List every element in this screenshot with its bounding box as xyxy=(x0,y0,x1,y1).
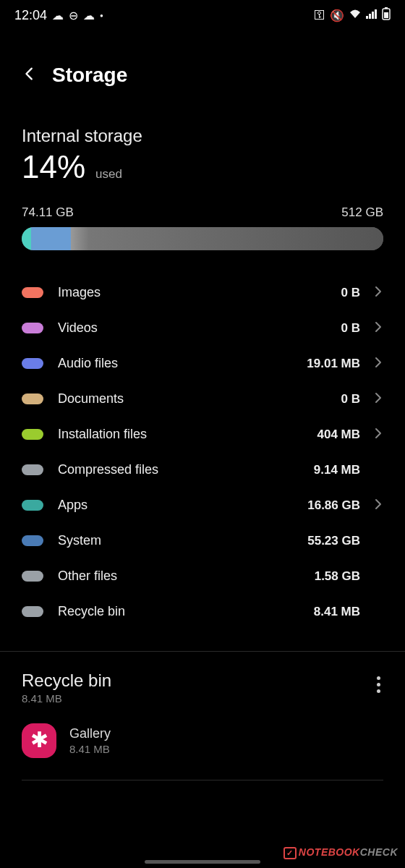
svg-rect-2 xyxy=(372,12,374,19)
signal-icon xyxy=(366,9,378,22)
app-name: Gallery xyxy=(69,726,111,741)
recycle-title: Recycle bin xyxy=(22,671,111,691)
chevron-right-icon xyxy=(373,391,383,407)
more-options-button[interactable] xyxy=(374,671,383,699)
status-bar: 12:04 ☁ ⊖ ☁ ● ⚿ 🔇 xyxy=(0,0,405,27)
bar-segment-system xyxy=(31,227,71,250)
page-title: Storage xyxy=(52,64,127,87)
mute-icon: 🔇 xyxy=(330,9,344,22)
category-size: 16.86 GB xyxy=(307,498,360,513)
svg-rect-0 xyxy=(366,16,368,19)
chevron-right-icon xyxy=(373,320,383,336)
watermark-brand: NOTEBOOK xyxy=(299,846,360,858)
category-label: Images xyxy=(58,285,341,300)
percent-row: 14% used xyxy=(22,149,383,185)
usage-row: 74.11 GB 512 GB xyxy=(22,205,383,220)
flower-icon xyxy=(30,731,48,750)
category-row[interactable]: Apps16.86 GB xyxy=(22,488,383,523)
category-row: Compressed files9.14 MB xyxy=(22,452,383,488)
category-color-pill xyxy=(22,571,43,582)
wifi-icon xyxy=(349,9,362,22)
bar-segment-other xyxy=(71,227,89,250)
category-size: 0 B xyxy=(341,321,360,336)
status-time: 12:04 xyxy=(14,8,47,23)
watermark-check-icon: ✓ xyxy=(284,847,297,859)
category-row[interactable]: Images0 B xyxy=(22,275,383,310)
chevron-right-icon xyxy=(373,284,383,301)
category-label: Other files xyxy=(58,569,315,584)
back-button[interactable] xyxy=(22,64,38,87)
category-row: System55.23 GB xyxy=(22,523,383,558)
percent-value: 14% xyxy=(22,149,85,185)
category-color-pill xyxy=(22,464,43,475)
category-size: 9.14 MB xyxy=(314,463,360,477)
svg-rect-3 xyxy=(375,9,377,19)
status-right: ⚿ 🔇 xyxy=(314,7,391,23)
category-row: Other files1.58 GB xyxy=(22,558,383,594)
dnd-icon: ⊖ xyxy=(69,9,78,22)
category-label: Recycle bin xyxy=(58,604,314,619)
battery-icon xyxy=(382,7,391,23)
recycle-header: Recycle bin 8.41 MB xyxy=(22,671,383,705)
category-label: System xyxy=(58,533,307,548)
status-left: 12:04 ☁ ⊖ ☁ ● xyxy=(14,8,103,23)
svg-rect-6 xyxy=(384,12,388,18)
bar-segment-apps xyxy=(22,227,31,250)
bottom-divider xyxy=(22,780,383,780)
category-color-pill xyxy=(22,429,43,440)
category-row[interactable]: Videos0 B xyxy=(22,310,383,346)
category-row[interactable]: Documents0 B xyxy=(22,381,383,417)
dot-icon: ● xyxy=(100,12,103,19)
category-label: Installation files xyxy=(58,427,317,442)
building-icon: ⚿ xyxy=(314,9,325,22)
category-size: 8.41 MB xyxy=(314,605,360,619)
category-size: 1.58 GB xyxy=(315,569,360,584)
used-value: 74.11 GB xyxy=(22,205,74,220)
chevron-right-icon xyxy=(373,355,383,372)
category-size: 55.23 GB xyxy=(307,534,360,548)
app-size: 8.41 MB xyxy=(69,743,111,755)
category-color-pill xyxy=(22,393,43,404)
cloud-upload-icon: ☁ xyxy=(83,9,95,22)
cloud-icon: ☁ xyxy=(52,9,64,22)
watermark: ✓NOTEBOOKCHECK xyxy=(284,846,398,859)
category-row[interactable]: Audio files19.01 MB xyxy=(22,346,383,381)
storage-bar xyxy=(22,227,383,250)
category-row[interactable]: Installation files404 MB xyxy=(22,417,383,452)
category-color-pill xyxy=(22,606,43,617)
percent-suffix: used xyxy=(95,167,122,182)
category-size: 0 B xyxy=(341,286,360,300)
internal-storage-section: Internal storage 14% used 74.11 GB 512 G… xyxy=(0,109,405,629)
category-label: Apps xyxy=(58,498,307,513)
category-color-pill xyxy=(22,323,43,333)
internal-storage-label: Internal storage xyxy=(22,126,383,146)
chevron-right-icon xyxy=(373,497,383,514)
svg-rect-1 xyxy=(369,14,371,19)
category-label: Compressed files xyxy=(58,462,314,477)
recycle-subtitle: 8.41 MB xyxy=(22,692,111,705)
watermark-suffix: CHECK xyxy=(360,846,398,858)
category-color-pill xyxy=(22,358,43,369)
category-color-pill xyxy=(22,500,43,511)
bar-segment-free xyxy=(89,227,384,250)
category-color-pill xyxy=(22,287,43,298)
category-size: 404 MB xyxy=(317,427,360,442)
category-label: Audio files xyxy=(58,356,307,371)
nav-indicator[interactable] xyxy=(145,860,260,864)
gallery-app-icon xyxy=(22,723,56,758)
recycle-app-row[interactable]: Gallery 8.41 MB xyxy=(22,723,383,758)
category-size: 0 B xyxy=(341,392,360,407)
category-label: Documents xyxy=(58,391,341,407)
total-value: 512 GB xyxy=(341,205,383,220)
category-color-pill xyxy=(22,535,43,546)
category-label: Videos xyxy=(58,320,341,336)
category-size: 19.01 MB xyxy=(307,357,360,371)
category-row: Recycle bin8.41 MB xyxy=(22,594,383,629)
chevron-right-icon xyxy=(373,426,383,443)
recycle-bin-section: Recycle bin 8.41 MB Gallery 8.41 MB xyxy=(0,652,405,780)
page-header: Storage xyxy=(0,27,405,109)
categories-list: Images0 BVideos0 BAudio files19.01 MBDoc… xyxy=(22,275,383,629)
